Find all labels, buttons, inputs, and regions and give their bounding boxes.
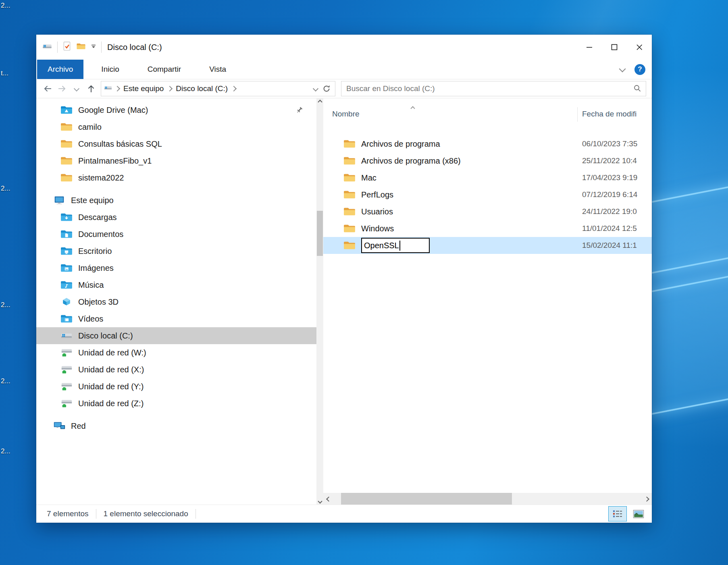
sidebar-item-red[interactable]: Red (36, 418, 316, 434)
file-name: Archivos de programa (361, 139, 440, 149)
minimize-button[interactable] (577, 35, 602, 60)
network-drive-icon (60, 364, 73, 375)
scrollbar-track[interactable] (334, 493, 641, 505)
horizontal-scrollbar[interactable] (323, 493, 652, 505)
refresh-icon[interactable] (320, 81, 333, 96)
column-separator[interactable] (577, 107, 578, 122)
properties-check-icon[interactable] (62, 42, 71, 53)
forward-icon[interactable] (55, 81, 69, 96)
file-row-openssl[interactable]: OpenSSL 15/02/2024 11:1 (323, 237, 652, 254)
sidebar-item-este-equipo[interactable]: Este equipo (36, 192, 316, 209)
tab-inicio[interactable]: Inicio (91, 60, 129, 79)
breadcrumb-disco-local[interactable]: Disco local (C:) (175, 84, 229, 93)
scroll-up-icon[interactable] (316, 98, 323, 106)
breadcrumb-este-equipo[interactable]: Este equipo (122, 84, 165, 93)
sidebar-item-camilo[interactable]: camilo (36, 118, 316, 135)
title-bar[interactable]: Disco local (C:) (36, 35, 652, 60)
sidebar-item-documentos[interactable]: Documentos (36, 226, 316, 243)
desktop-icon-label[interactable]: 2... (1, 377, 10, 385)
back-icon[interactable] (40, 81, 55, 96)
toolbar-separator (57, 42, 58, 53)
sidebar-item-label: sistema2022 (78, 173, 124, 183)
sidebar-item-disco-local[interactable]: Disco local (C:) (36, 327, 316, 344)
column-header-fecha[interactable]: Fecha de modifi (582, 110, 636, 118)
address-dropdown-icon[interactable] (314, 85, 318, 92)
file-row-perflogs[interactable]: PerfLogs 07/12/2019 6:14 (323, 186, 652, 203)
scroll-right-icon[interactable] (641, 493, 652, 505)
file-row-mac[interactable]: Mac 17/04/2023 9:19 (323, 169, 652, 186)
sidebar-item-imagenes[interactable]: Imágenes (36, 260, 316, 276)
sidebar-item-videos[interactable]: Vídeos (36, 310, 316, 327)
view-toggles (608, 506, 648, 521)
sidebar-item-musica[interactable]: Música (36, 276, 316, 293)
sidebar-item-label: Descargas (78, 213, 117, 222)
scrollbar-thumb[interactable] (341, 493, 512, 505)
tab-vista[interactable]: Vista (199, 60, 237, 79)
sidebar-item-label: Unidad de red (Z:) (78, 399, 144, 408)
status-separator (96, 509, 96, 519)
recent-locations-icon[interactable] (69, 81, 84, 96)
desktop-icon-label[interactable]: 2... (1, 447, 10, 455)
qat-customize-icon[interactable] (91, 44, 96, 51)
search-input[interactable] (341, 81, 646, 96)
sidebar-item-label: Imágenes (78, 264, 114, 273)
scroll-left-icon[interactable] (323, 493, 334, 505)
sidebar-item-unidad-w[interactable]: Unidad de red (W:) (36, 344, 316, 361)
search-icon[interactable] (633, 84, 642, 94)
tab-archivo[interactable]: Archivo (37, 60, 83, 79)
file-date: 15/02/2024 11:1 (582, 241, 651, 250)
help-icon[interactable]: ? (634, 64, 645, 75)
sidebar-item-sistema2022[interactable]: sistema2022 (36, 169, 316, 186)
sidebar-item-google-drive[interactable]: Google Drive (Mac) (36, 102, 316, 118)
thumbnail-view-button[interactable] (629, 506, 648, 521)
desktop-icon-label[interactable]: 2... (1, 301, 10, 309)
sidebar-item-label: Disco local (C:) (78, 331, 133, 341)
sidebar-item-consultas[interactable]: Consultas básicas SQL (36, 135, 316, 152)
sidebar-item-descargas[interactable]: Descargas (36, 209, 316, 226)
file-name: Mac (361, 173, 376, 183)
3d-objects-icon (60, 296, 73, 307)
file-rows: Archivos de programa 06/10/2023 7:35 Arc… (323, 135, 652, 254)
sidebar-item-label: Documentos (78, 230, 123, 239)
sidebar-item-unidad-z[interactable]: Unidad de red (Z:) (36, 395, 316, 412)
sidebar-item-unidad-y[interactable]: Unidad de red (Y:) (36, 378, 316, 395)
search-box (341, 81, 646, 96)
sidebar-item-objetos3d[interactable]: Objetos 3D (36, 293, 316, 310)
sidebar-item-pintaimanes[interactable]: PintaImanesFibo_v1 (36, 152, 316, 169)
new-folder-icon[interactable] (76, 42, 86, 52)
sidebar-scrollbar[interactable] (316, 98, 323, 505)
sidebar-item-unidad-x[interactable]: Unidad de red (X:) (36, 361, 316, 378)
file-row-archivos-de-programa[interactable]: Archivos de programa 06/10/2023 7:35 (323, 135, 652, 152)
details-view-button[interactable] (608, 506, 627, 521)
sidebar-item-label: camilo (78, 123, 102, 132)
breadcrumb-chevron-icon[interactable] (114, 86, 120, 91)
scrollbar-thumb[interactable] (317, 211, 323, 256)
folder-icon (60, 121, 73, 133)
scroll-down-icon[interactable] (316, 498, 323, 505)
desktop-icon-label[interactable]: t... (1, 69, 8, 77)
file-row-archivos-x86[interactable]: Archivos de programa (x86) 25/11/2022 10… (323, 152, 652, 169)
sidebar-item-label: Unidad de red (Y:) (78, 382, 144, 391)
file-row-usuarios[interactable]: Usuarios 24/11/2022 19:0 (323, 203, 652, 220)
maximize-button[interactable] (602, 35, 627, 60)
desktop-icon-label[interactable]: 2... (1, 185, 10, 193)
sidebar-item-escritorio[interactable]: Escritorio (36, 243, 316, 260)
breadcrumb-chevron-icon[interactable] (231, 86, 237, 91)
file-row-windows[interactable]: Windows 11/01/2024 12:5 (323, 220, 652, 237)
close-button[interactable] (627, 35, 652, 60)
rename-text: OpenSSL (364, 241, 399, 250)
sort-ascending-icon (411, 103, 414, 112)
sidebar-item-label: Unidad de red (X:) (78, 365, 144, 374)
expand-ribbon-icon[interactable] (620, 66, 625, 73)
file-date: 07/12/2019 6:14 (582, 190, 651, 199)
sidebar-item-label: Unidad de red (W:) (78, 348, 146, 357)
breadcrumb-chevron-icon[interactable] (167, 86, 173, 91)
rename-edit-box[interactable]: OpenSSL (361, 238, 430, 253)
file-date: 11/01/2024 12:5 (582, 224, 651, 233)
toolbar-separator (101, 42, 102, 53)
desktop-icon-label[interactable]: 2... (1, 2, 10, 10)
up-icon[interactable] (84, 81, 98, 96)
address-bar[interactable]: Este equipo Disco local (C:) (101, 81, 335, 96)
column-header-nombre[interactable]: Nombre (332, 110, 360, 118)
tab-compartir[interactable]: Compartir (137, 60, 191, 79)
